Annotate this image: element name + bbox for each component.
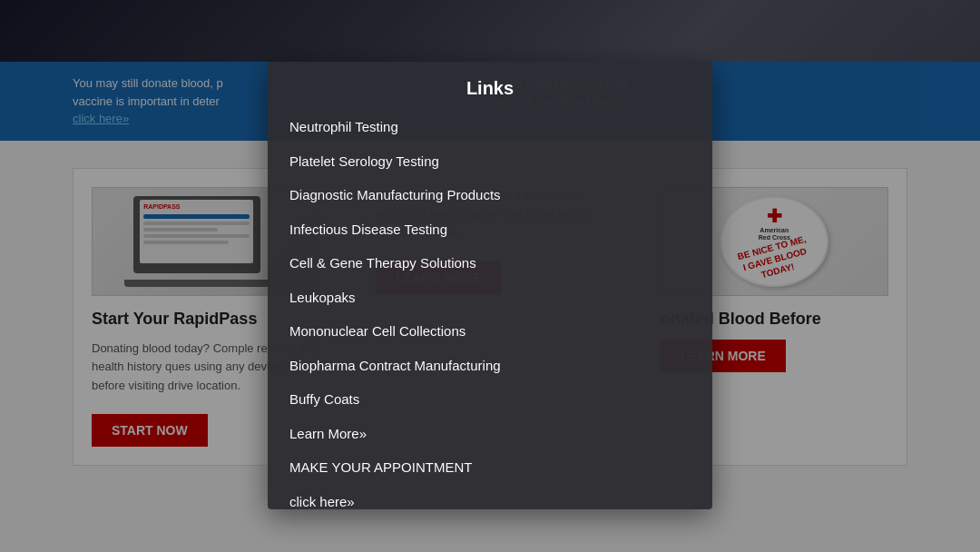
link-item-leukopaks[interactable]: Leukopaks — [268, 281, 712, 315]
link-item-diagnostic[interactable]: Diagnostic Manufacturing Products — [268, 178, 712, 212]
link-item-make-appt[interactable]: MAKE YOUR APPOINTMENT — [268, 450, 712, 485]
link-item-mononuclear[interactable]: Mononuclear Cell Collections — [268, 314, 712, 349]
link-item-neutrophil[interactable]: Neutrophil Testing — [268, 110, 712, 144]
link-item-learn-more-1[interactable]: Learn More» — [268, 417, 712, 451]
link-item-infectious[interactable]: Infectious Disease Testing — [268, 212, 712, 247]
links-modal: Links Neutrophil TestingPlatelet Serolog… — [268, 62, 712, 509]
link-item-click-here[interactable]: click here» — [268, 485, 712, 510]
page-wrapper: You may still donate blood, p vaccine is… — [0, 0, 980, 552]
link-item-buffy[interactable]: Buffy Coats — [268, 382, 712, 417]
links-modal-title: Links — [268, 62, 712, 110]
link-item-biopharma[interactable]: Biopharma Contract Manufacturing — [268, 349, 712, 383]
link-item-platelet[interactable]: Platelet Serology Testing — [268, 144, 712, 179]
links-modal-list: Neutrophil TestingPlatelet Serology Test… — [268, 110, 712, 509]
link-item-cell-gene[interactable]: Cell & Gene Therapy Solutions — [268, 246, 712, 281]
